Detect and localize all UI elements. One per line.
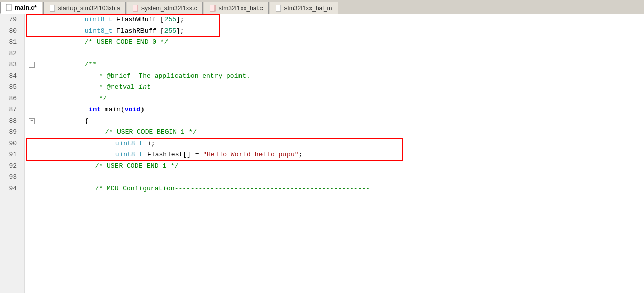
fold-marker-83[interactable]: − (29, 62, 35, 68)
code-line-87: int main(void) (29, 104, 644, 116)
line-num-88: 88 (0, 116, 20, 127)
code-line-81: /* USER CODE END 0 */ (29, 37, 644, 48)
line-num-83: 83 (0, 59, 20, 71)
tab-icon-system (132, 4, 139, 12)
tab-icon-main-c (6, 4, 13, 12)
line-num-80: 80 (0, 26, 20, 37)
tab-label-main-c: main.c* (15, 4, 37, 11)
line-num-89: 89 (0, 127, 20, 138)
tab-system[interactable]: system_stm32f1xx.c (127, 2, 203, 14)
tab-icon-startup (49, 4, 56, 12)
tab-main-c[interactable]: main.c* (0, 2, 42, 14)
tab-label-startup: startup_stm32f103xb.s (58, 5, 120, 12)
code-content: 79 80 81 82 83 84 85 86 87 88 89 90 91 9… (0, 14, 644, 293)
line-num-86: 86 (0, 93, 20, 104)
line-num-91: 91 (0, 149, 20, 161)
line-num-79: 79 (0, 14, 20, 26)
code-line-94: /* MCU Configuration--------------------… (29, 183, 644, 194)
line-num-82: 82 (0, 48, 20, 59)
tab-label-hal: stm32f1xx_hal.c (219, 5, 263, 12)
line-num-94: 94 (0, 183, 20, 194)
line-num-84: 84 (0, 71, 20, 82)
code-line-82 (29, 48, 644, 59)
code-line-92: /* USER CODE END 1 */ (29, 161, 644, 172)
line-num-93: 93 (0, 172, 20, 183)
tab-hal-m[interactable]: stm32f1xx_hal_m (270, 2, 338, 14)
line-num-81: 81 (0, 37, 20, 48)
line-num-90: 90 (0, 138, 20, 149)
fold-marker-88[interactable]: − (29, 118, 35, 124)
code-area: 79 80 81 82 83 84 85 86 87 88 89 90 91 9… (0, 14, 644, 293)
tab-icon-hal-m (275, 4, 282, 12)
line-numbers: 79 80 81 82 83 84 85 86 87 88 89 90 91 9… (0, 14, 25, 293)
line-num-92: 92 (0, 161, 20, 172)
tab-bar: main.c* startup_stm32f103xb.s system_stm… (0, 0, 644, 14)
tab-label-system: system_stm32f1xx.c (141, 5, 197, 12)
lines-wrapper: uint8_t FlashWBuff [255]; uint8_t FlashR… (25, 14, 644, 293)
line-num-85: 85 (0, 82, 20, 93)
line-num-87: 87 (0, 104, 20, 116)
editor-container: main.c* startup_stm32f103xb.s system_stm… (0, 0, 644, 293)
tab-icon-hal (209, 4, 217, 12)
code-line-85: * @retval int (29, 82, 644, 93)
tab-hal[interactable]: stm32f1xx_hal.c (204, 2, 269, 14)
tab-label-hal-m: stm32f1xx_hal_m (284, 5, 332, 12)
tab-startup[interactable]: startup_stm32f103xb.s (43, 2, 126, 14)
